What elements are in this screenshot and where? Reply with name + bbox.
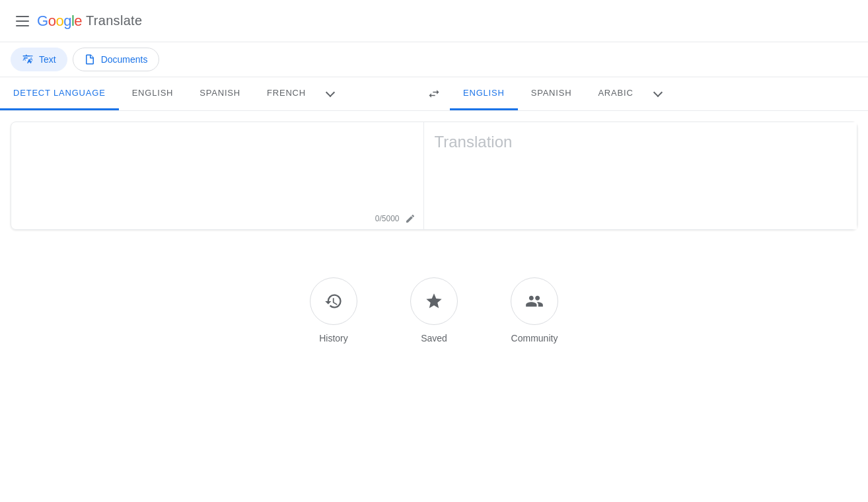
translate-icon: A A	[22, 54, 34, 65]
history-circle	[310, 277, 357, 325]
star-icon	[425, 292, 443, 310]
source-lang-english[interactable]: ENGLISH	[119, 77, 187, 110]
community-icon	[525, 292, 544, 310]
app-title: Translate	[86, 13, 142, 28]
header: Google Translate	[0, 0, 868, 42]
source-lang-detect[interactable]: DETECT LANGUAGE	[0, 77, 119, 110]
tab-documents-label: Documents	[101, 54, 148, 65]
target-lang-more-button[interactable]	[647, 81, 669, 106]
history-icon	[324, 292, 343, 310]
swap-icon	[427, 87, 441, 100]
google-logo: Google	[37, 13, 82, 30]
community-circle	[511, 277, 558, 325]
tab-text-label: Text	[39, 54, 56, 65]
target-lang-side: ENGLISH SPANISH ARABIC	[450, 77, 868, 110]
hamburger-icon	[16, 16, 29, 26]
target-lang-arabic[interactable]: ARABIC	[585, 77, 646, 110]
tab-documents[interactable]: Documents	[73, 48, 159, 71]
pencil-icon	[405, 213, 416, 224]
target-lang-english[interactable]: ENGLISH	[450, 77, 518, 110]
logo-link[interactable]: Google Translate	[37, 13, 142, 30]
community-label: Community	[511, 333, 558, 343]
char-count: 0/5000	[375, 214, 400, 223]
saved-circle	[410, 277, 458, 325]
saved-label: Saved	[421, 333, 447, 343]
language-bar: DETECT LANGUAGE ENGLISH SPANISH FRENCH E…	[0, 77, 868, 111]
feature-history[interactable]: History	[310, 277, 357, 343]
menu-button[interactable]	[11, 11, 34, 32]
document-icon	[84, 54, 96, 65]
feature-icons: History Saved Community	[0, 262, 868, 359]
target-panel: Translation	[424, 122, 857, 229]
edit-button[interactable]	[405, 213, 416, 224]
source-lang-spanish[interactable]: SPANISH	[186, 77, 254, 110]
source-panel: 0/5000	[11, 122, 424, 229]
source-footer: 0/5000	[11, 208, 423, 229]
feature-saved[interactable]: Saved	[410, 277, 458, 343]
mode-tabs: A A Text Documents	[0, 42, 868, 77]
chevron-down-icon	[326, 88, 335, 97]
chevron-down-icon	[653, 88, 663, 97]
svg-text:A: A	[23, 57, 26, 61]
source-lang-side: DETECT LANGUAGE ENGLISH SPANISH FRENCH	[0, 77, 418, 110]
translation-area: 0/5000 Translation	[11, 122, 857, 230]
feature-community[interactable]: Community	[511, 277, 558, 343]
source-lang-french[interactable]: FRENCH	[254, 77, 319, 110]
translation-placeholder: Translation	[435, 133, 847, 151]
history-label: History	[319, 333, 348, 343]
source-input[interactable]	[11, 122, 423, 208]
target-lang-spanish[interactable]: SPANISH	[518, 77, 585, 110]
swap-languages-button[interactable]	[418, 78, 450, 110]
svg-text:A: A	[30, 57, 33, 61]
source-lang-more-button[interactable]	[319, 81, 342, 106]
tab-text[interactable]: A A Text	[11, 48, 67, 71]
